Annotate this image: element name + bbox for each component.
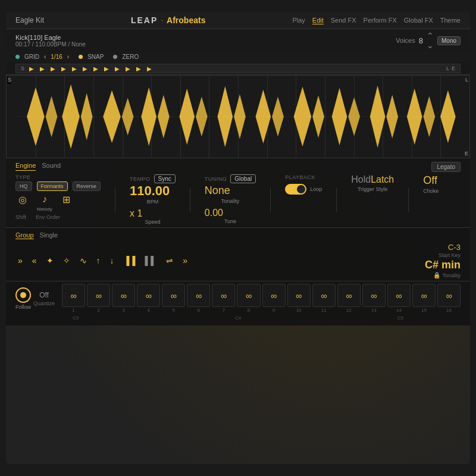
speed-row: x 1 Speed: [130, 208, 176, 225]
pad-num-7: 7: [223, 308, 225, 313]
mini-arrow-6: ▶: [83, 65, 87, 72]
mini-timeline-bar[interactable]: S ▶ ▶ ▶ ▶ ▶ ▶ ▶ ▶ ▶ ▶ ▶ ▶ L E: [15, 64, 461, 73]
tab-theme[interactable]: Theme: [440, 17, 461, 24]
group-btn-up[interactable]: ↑: [94, 255, 103, 267]
follow-icon[interactable]: [15, 287, 31, 303]
pad-button-14[interactable]: ∞: [387, 284, 411, 307]
pad-infinity-15: ∞: [421, 291, 427, 300]
pad-infinity-3: ∞: [121, 291, 127, 300]
pad-button-3[interactable]: ∞: [112, 284, 135, 307]
voices-stepper[interactable]: ⌃⌄: [427, 31, 434, 50]
tab-sound[interactable]: Sound: [42, 162, 61, 171]
tempo-label: TEMPO: [130, 176, 151, 182]
grid-left-arrow[interactable]: ‹: [44, 54, 46, 60]
track-time: 00:17 / 110.00BPM / None: [15, 41, 86, 48]
voices-num: 8: [419, 36, 423, 45]
mini-arrow-2: ▶: [40, 65, 45, 72]
app-container: Eagle Kit LEAP · Afrobeats Play Edit Sen…: [6, 12, 470, 464]
pad-button-13[interactable]: ∞: [362, 284, 386, 307]
tab-global-fx[interactable]: Global FX: [404, 17, 433, 24]
hq-button[interactable]: HQ: [15, 181, 32, 191]
group-btn-forward[interactable]: »: [180, 255, 190, 267]
group-btn-pause1[interactable]: ▐▐: [121, 255, 138, 267]
pad-button-15[interactable]: ∞: [412, 284, 436, 307]
mini-arrow-8: ▶: [104, 65, 109, 72]
tab-play[interactable]: Play: [292, 17, 305, 24]
group-btn-pattern2[interactable]: ✧: [61, 255, 73, 267]
pad-button-11[interactable]: ∞: [312, 284, 336, 307]
pad-num-9: 9: [273, 308, 275, 313]
group-btn-wave[interactable]: ∿: [77, 255, 89, 267]
group-btn-pattern1[interactable]: ✦: [44, 255, 56, 267]
pad-infinity-9: ∞: [271, 291, 277, 300]
type-icon-melody[interactable]: ♪ Melody: [37, 193, 52, 212]
mini-arrow-5: ▶: [72, 65, 77, 72]
tab-edit[interactable]: Edit: [312, 17, 324, 24]
tab-engine[interactable]: Engine: [15, 162, 36, 171]
group-btn-down[interactable]: ↓: [108, 255, 117, 267]
follow-section: Follow: [15, 287, 31, 310]
type-icon-grid[interactable]: ⊞: [60, 193, 74, 212]
pad-button-9[interactable]: ∞: [262, 284, 286, 307]
track-name: Kick[110] Eagle: [15, 34, 86, 41]
pad-infinity-1: ∞: [71, 291, 77, 300]
note-c5: C5: [397, 315, 403, 321]
pad-num-5: 5: [173, 308, 175, 313]
nav-tabs: Play Edit Send FX Perform FX Global FX T…: [292, 17, 461, 24]
pad-num-3: 3: [122, 308, 124, 313]
melody-label: Melody: [37, 206, 52, 212]
loop-toggle[interactable]: [285, 184, 306, 195]
pad-infinity-5: ∞: [171, 291, 177, 300]
group-btn-swap[interactable]: ⇌: [164, 255, 176, 267]
pad-button-10[interactable]: ∞: [287, 284, 311, 307]
tab-group[interactable]: Group: [15, 231, 34, 239]
mini-arrows: ▶ ▶ ▶ ▶ ▶ ▶ ▶ ▶ ▶ ▶ ▶ ▶: [24, 65, 446, 72]
playback-group: PLAYBACK Loop: [285, 174, 322, 195]
pad-button-5[interactable]: ∞: [162, 284, 185, 307]
legato-button[interactable]: Legato: [431, 162, 461, 172]
right-key-info: C-3 Start Key C# min 🔒 Tonality: [413, 243, 461, 278]
type-icons: ◎ ♪ Melody ⊞: [15, 193, 101, 212]
pad-infinity-11: ∞: [321, 291, 327, 300]
mono-button[interactable]: Mono: [437, 36, 461, 45]
tab-perform-fx[interactable]: Perform FX: [364, 17, 397, 24]
type-icon-record[interactable]: ◎: [15, 193, 30, 212]
pad-infinity-4: ∞: [146, 291, 152, 300]
pad-infinity-14: ∞: [396, 291, 402, 300]
content: Eagle Kit LEAP · Afrobeats Play Edit Sen…: [6, 12, 470, 464]
tune-value: 0.00: [205, 208, 256, 218]
tab-send-fx[interactable]: Send FX: [331, 17, 356, 24]
shift-label: Shift: [15, 214, 26, 220]
pad-button-4[interactable]: ∞: [137, 284, 160, 307]
reverse-button[interactable]: Reverse: [73, 181, 101, 191]
waveform-area[interactable]: S L E L: [6, 75, 470, 158]
formants-button[interactable]: Formants: [37, 181, 68, 191]
pad-button-12[interactable]: ∞: [337, 284, 361, 307]
pad-top-row: Follow Off Quantize ∞ 1 ∞ 2: [15, 284, 461, 313]
pad-button-2[interactable]: ∞: [87, 284, 110, 307]
pad-button-6[interactable]: ∞: [187, 284, 210, 307]
sync-button[interactable]: Sync: [154, 174, 176, 183]
group-btn-rewind[interactable]: «: [30, 255, 39, 267]
pad-cell-15: ∞ 15: [412, 284, 436, 313]
pad-cell-11: ∞ 11: [312, 284, 336, 313]
pad-button-8[interactable]: ∞: [237, 284, 260, 307]
pad-infinity-7: ∞: [221, 291, 227, 300]
group-btn-fast-forward[interactable]: »: [15, 255, 25, 267]
tab-single[interactable]: Single: [40, 231, 58, 239]
pad-button-16[interactable]: ∞: [437, 284, 461, 307]
group-btn-pause2[interactable]: ▌▌: [142, 255, 159, 267]
logo-name: Afrobeats: [167, 15, 205, 25]
grid-right-arrow[interactable]: ›: [67, 54, 69, 60]
voices-area: Voices 8 ⌃⌄ Mono: [396, 31, 461, 50]
mini-arrow-11: ▶: [136, 65, 141, 72]
global-button[interactable]: Global: [230, 174, 256, 183]
pad-cell-2: ∞ 2: [87, 284, 110, 313]
pad-button-7[interactable]: ∞: [212, 284, 235, 307]
zero-dot-wrap: [113, 54, 117, 60]
pad-button-1[interactable]: ∞: [62, 284, 85, 307]
grid-value[interactable]: 1/16: [51, 54, 62, 60]
choke-group: Off Choke: [423, 174, 439, 194]
track-info-block: Kick[110] Eagle 00:17 / 110.00BPM / None: [15, 34, 86, 48]
tuning-group: TUNING Global None Tonality 0.00 Tune: [205, 174, 256, 224]
